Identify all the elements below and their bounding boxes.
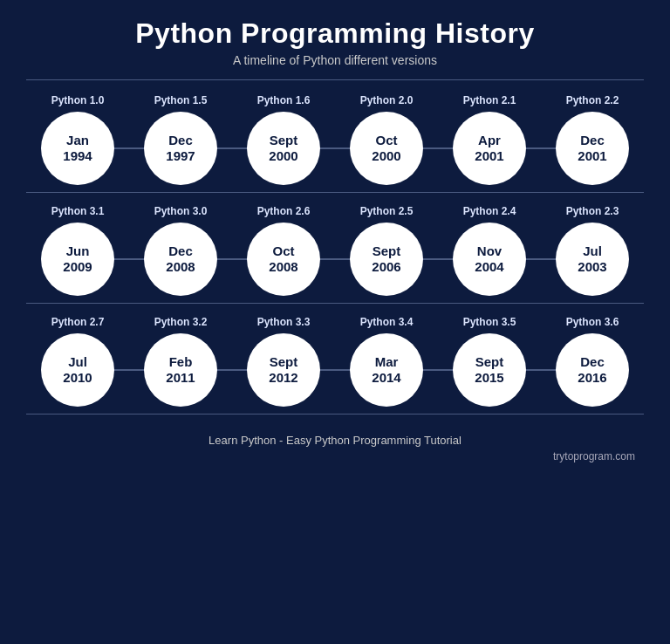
circle-cell-r2-v0: Jul2010 [26,333,129,407]
circle-cell-r0-v4: Apr2001 [438,112,541,185]
section-divider-0 [26,192,644,193]
footer-text: Learn Python - Easy Python Programming T… [209,434,461,447]
version-label-r0-v0: Python 1.0 [26,92,129,112]
circle-r1-v2: Oct2008 [247,223,320,296]
version-label-r2-v0: Python 2.7 [26,314,129,333]
circle-cell-r1-v2: Oct2008 [232,223,335,296]
timeline-container: Python 1.0Python 1.5Python 1.6Python 2.0… [26,92,644,425]
circle-r2-v0: Jul2010 [41,333,114,407]
version-label-r1-v4: Python 2.4 [438,203,541,223]
circle-cell-r0-v3: Oct2000 [335,112,438,185]
circle-r1-v4: Nov2004 [453,223,526,296]
circle-cell-r1-v1: Dec2008 [129,223,232,296]
circle-r0-v3: Oct2000 [350,112,423,185]
circle-r0-v4: Apr2001 [453,112,526,185]
version-label-r2-v1: Python 3.2 [129,314,232,333]
circle-r0-v1: Dec1997 [144,112,217,185]
circle-r2-v1: Feb2011 [144,333,217,407]
version-label-r2-v4: Python 3.5 [438,314,541,333]
row-2-labels: Python 2.7Python 3.2Python 3.3Python 3.4… [26,314,644,333]
circle-r1-v1: Dec2008 [144,223,217,296]
circle-cell-r2-v5: Dec2016 [541,333,644,407]
circle-cell-r0-v2: Sept2000 [232,112,335,185]
version-label-r1-v2: Python 2.6 [232,203,335,223]
row-1-circles: Jun2009Dec2008Oct2008Sept2006Nov2004Jul2… [26,223,644,296]
page-title: Python Programming History [135,17,535,50]
circle-cell-r2-v4: Sept2015 [438,333,541,407]
circle-r0-v2: Sept2000 [247,112,320,185]
circle-r1-v3: Sept2006 [350,223,423,296]
version-label-r1-v3: Python 2.5 [335,203,438,223]
circle-cell-r1-v4: Nov2004 [438,223,541,296]
page-subtitle: A timeline of Python different versions [233,53,437,67]
version-label-r2-v5: Python 3.6 [541,314,644,333]
circle-cell-r2-v3: Mar2014 [335,333,438,407]
top-divider [26,79,644,80]
row-2-circles: Jul2010Feb2011Sept2012Mar2014Sept2015Dec… [26,333,644,407]
version-label-r1-v1: Python 3.0 [129,203,232,223]
circle-cell-r1-v0: Jun2009 [26,223,129,296]
circle-cell-r2-v1: Feb2011 [129,333,232,407]
circle-cell-r0-v1: Dec1997 [129,112,232,185]
circle-cell-r0-v5: Dec2001 [541,112,644,185]
row-0-circles: Jan1994Dec1997Sept2000Oct2000Apr2001Dec2… [26,112,644,185]
circle-cell-r0-v0: Jan1994 [26,112,129,185]
circle-cell-r1-v5: Jul2003 [541,223,644,296]
version-label-r2-v2: Python 3.3 [232,314,335,333]
circle-r0-v5: Dec2001 [556,112,629,185]
row-0-labels: Python 1.0Python 1.5Python 1.6Python 2.0… [26,92,644,112]
version-label-r1-v0: Python 3.1 [26,203,129,223]
version-label-r0-v5: Python 2.2 [541,92,644,112]
footer-url: trytoprogram.com [26,450,644,462]
circle-r2-v2: Sept2012 [247,333,320,407]
version-label-r2-v3: Python 3.4 [335,314,438,333]
circle-r1-v0: Jun2009 [41,223,114,296]
row-1-labels: Python 3.1Python 3.0Python 2.6Python 2.5… [26,203,644,223]
circle-r0-v0: Jan1994 [41,112,114,185]
circle-r2-v5: Dec2016 [556,333,629,407]
circle-r2-v4: Sept2015 [453,333,526,407]
version-label-r0-v4: Python 2.1 [438,92,541,112]
circle-cell-r1-v3: Sept2006 [335,223,438,296]
section-divider-2 [26,414,644,414]
version-label-r0-v2: Python 1.6 [232,92,335,112]
circle-r1-v5: Jul2003 [556,223,629,296]
version-label-r0-v3: Python 2.0 [335,92,438,112]
version-label-r1-v5: Python 2.3 [541,203,644,223]
version-label-r0-v1: Python 1.5 [129,92,232,112]
circle-r2-v3: Mar2014 [350,333,423,407]
circle-cell-r2-v2: Sept2012 [232,333,335,407]
section-divider-1 [26,303,644,304]
